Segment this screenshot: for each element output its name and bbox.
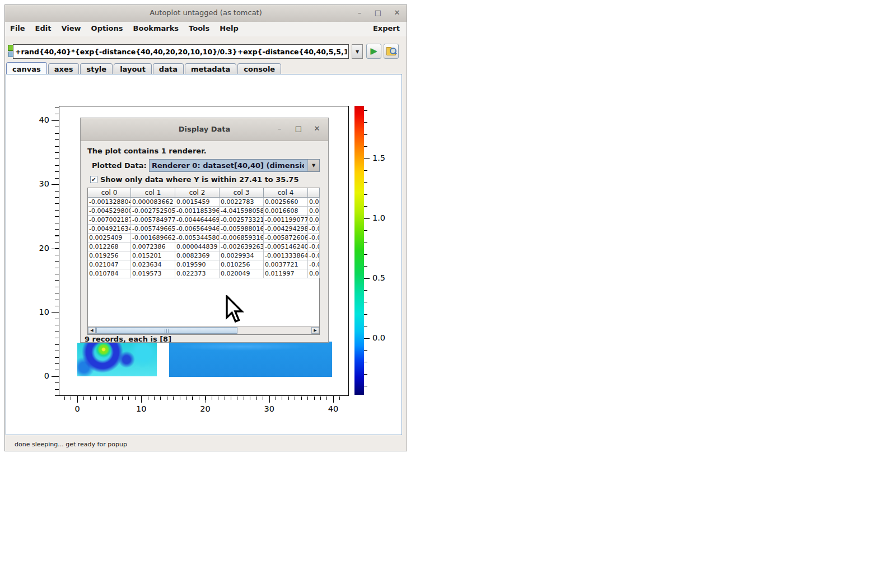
colorbar-tick-label: 0.5 xyxy=(372,273,395,282)
plot-go-button[interactable]: ▶ xyxy=(366,44,381,59)
table-row[interactable]: 0.0107840.0195730.0223730.0200490.011997… xyxy=(88,269,319,278)
colorbar xyxy=(354,106,364,395)
filter-checkbox[interactable]: ✔ xyxy=(90,176,97,183)
table-cell: -0.004464469... xyxy=(175,216,220,225)
scroll-left-icon[interactable]: ◀ xyxy=(88,327,96,334)
table-cell: -0.005344580... xyxy=(175,234,220,242)
table-cell: -0.005872606... xyxy=(264,234,308,242)
data-table[interactable]: col 0col 1col 2col 3col 4 -0.001328804..… xyxy=(87,188,320,335)
inspect-uri-button[interactable] xyxy=(384,44,399,59)
table-row[interactable]: -0.001328804...0.0000836620.00154590.002… xyxy=(88,198,319,207)
table-cell: 0.022373 xyxy=(175,269,220,278)
tab-data[interactable]: data xyxy=(153,63,184,74)
table-cell: 0.015201 xyxy=(131,251,175,260)
uri-input[interactable] xyxy=(13,44,349,59)
minimize-icon[interactable]: – xyxy=(353,7,366,18)
column-header[interactable] xyxy=(308,188,320,198)
table-cell: 0.011997 xyxy=(264,269,308,278)
table-cell: -0.005784977... xyxy=(131,216,175,225)
table-cell: 0.0037721 xyxy=(264,260,308,269)
table-cell: -0.005749665... xyxy=(131,225,175,234)
colorbar-minor-ticks xyxy=(364,110,367,395)
table-cell: -0.001333864... xyxy=(264,251,308,260)
table-row[interactable]: -0.004921634...-0.005749665...-0.0065649… xyxy=(88,225,319,234)
menu-view[interactable]: View xyxy=(56,22,86,35)
table-cell: 0.00 xyxy=(308,269,320,278)
x-axis-tick xyxy=(269,396,270,403)
table-cell: 0.00 xyxy=(308,216,320,225)
table-cell: -0.004921634... xyxy=(88,225,131,234)
status-bar: done sleeping... get ready for popup xyxy=(15,441,127,448)
dialog-close-icon[interactable]: ✕ xyxy=(311,123,323,134)
table-cell: -0.001689662... xyxy=(131,234,175,242)
menu-bar: FileEditViewOptionsBookmarksToolsHelp Ex… xyxy=(5,22,407,37)
play-icon: ▶ xyxy=(371,46,377,56)
table-row[interactable]: 0.0210470.0236340.0195900.0102560.003772… xyxy=(88,260,319,269)
filter-checkbox-label: Show only data where Y is within 27.41 t… xyxy=(100,175,298,184)
table-cell: 0.0022783 xyxy=(220,198,264,207)
table-cell: 0.0016608 xyxy=(264,207,308,216)
colorbar-tick-label: 1.5 xyxy=(372,153,395,162)
dialog-minimize-icon[interactable]: – xyxy=(273,123,286,134)
menu-options[interactable]: Options xyxy=(86,22,128,35)
table-cell: 0.010256 xyxy=(220,260,264,269)
tab-style[interactable]: style xyxy=(80,63,113,74)
scrollbar-grip xyxy=(165,329,169,333)
menu-tools[interactable]: Tools xyxy=(184,22,214,35)
tab-axes[interactable]: axes xyxy=(48,63,80,74)
table-cell: -0.006564946... xyxy=(175,225,220,234)
table-cell: -0.006859316... xyxy=(220,234,264,242)
uri-dropdown-button[interactable]: ▼ xyxy=(352,44,363,59)
table-cell: -0.0 xyxy=(308,225,320,234)
x-axis-tick-label: 30 xyxy=(258,404,281,413)
menu-items: FileEditViewOptionsBookmarksToolsHelp xyxy=(5,22,244,33)
expert-mode-label[interactable]: Expert xyxy=(373,24,400,32)
column-header[interactable]: col 3 xyxy=(220,188,264,198)
plotted-data-select[interactable]: Renderer 0: dataset[40,40] (dimension...… xyxy=(149,159,320,172)
tab-console[interactable]: console xyxy=(237,63,281,74)
column-header[interactable]: col 0 xyxy=(88,188,131,198)
tab-bar: canvasaxesstylelayoutdatametadataconsole xyxy=(5,62,407,74)
table-cell: -0.001185396... xyxy=(175,207,220,216)
table-cell: 0.020049 xyxy=(220,269,264,278)
table-cell: -4.041598058... xyxy=(220,207,264,216)
column-header[interactable]: col 4 xyxy=(264,188,308,198)
tab-canvas[interactable]: canvas xyxy=(6,62,47,74)
column-header[interactable]: col 2 xyxy=(175,188,220,198)
horizontal-scrollbar[interactable]: ◀ ▶ xyxy=(88,326,319,334)
heatmap-sliver-left xyxy=(77,343,157,376)
close-icon[interactable]: ✕ xyxy=(391,7,403,18)
maximize-icon[interactable]: □ xyxy=(372,7,384,18)
table-cell: 0.012268 xyxy=(88,242,131,251)
menu-bookmarks[interactable]: Bookmarks xyxy=(128,22,184,35)
scrollbar-thumb[interactable] xyxy=(96,327,237,334)
menu-help[interactable]: Help xyxy=(214,22,243,35)
table-row[interactable]: 0.0192560.0152010.00823690.0029934-0.001… xyxy=(88,251,319,260)
x-axis-tick xyxy=(206,396,206,403)
tab-metadata[interactable]: metadata xyxy=(185,63,236,74)
dialog-titlebar[interactable]: Display Data – □ ✕ xyxy=(81,118,328,141)
colorbar-tick-label: 0.0 xyxy=(372,333,395,342)
heatmap-sliver-right xyxy=(169,342,332,377)
y-axis-tick xyxy=(52,312,59,313)
scroll-right-icon[interactable]: ▶ xyxy=(311,327,319,334)
table-cell: -0.005988016... xyxy=(220,225,264,234)
y-axis-tick xyxy=(52,184,59,185)
table-row[interactable]: 0.0025409-0.001689662...-0.005344580...-… xyxy=(88,234,319,242)
y-axis-minor-ticks xyxy=(55,108,59,396)
table-cell: -0.002573321... xyxy=(220,216,264,225)
table-cell: 0.021047 xyxy=(88,260,131,269)
table-row[interactable]: -0.007002187...-0.005784977...-0.0044644… xyxy=(88,216,319,225)
dialog-maximize-icon[interactable]: □ xyxy=(292,123,305,134)
table-cell: 0.019573 xyxy=(131,269,175,278)
table-cell: -0.001199077... xyxy=(264,216,308,225)
table-cell: 0.00 xyxy=(308,198,320,207)
column-header[interactable]: col 1 xyxy=(131,188,175,198)
table-row[interactable]: -0.004529800...-0.002752505...-0.0011853… xyxy=(88,207,319,216)
tab-layout[interactable]: layout xyxy=(114,63,152,74)
menu-file[interactable]: File xyxy=(5,22,30,35)
y-axis-tick xyxy=(52,120,59,121)
y-axis-tick xyxy=(52,376,59,377)
menu-edit[interactable]: Edit xyxy=(30,22,57,35)
table-row[interactable]: 0.0122680.00723860.000044839-0.002639263… xyxy=(88,242,319,251)
